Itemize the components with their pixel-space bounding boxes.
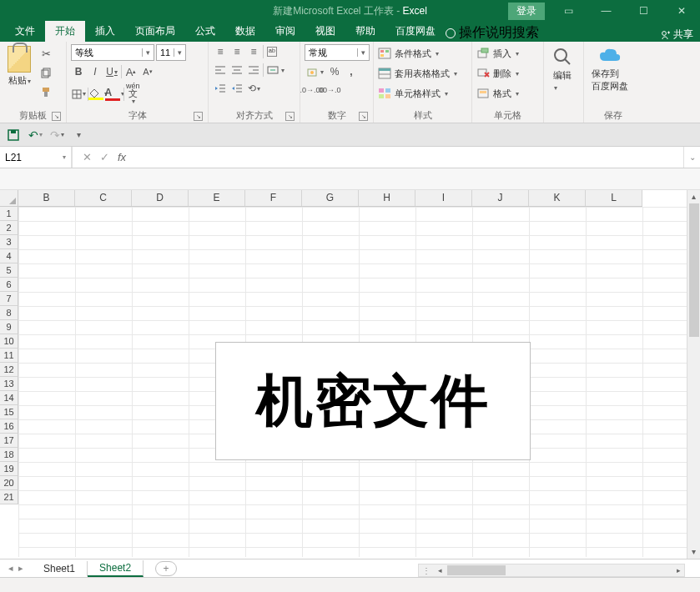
row-header[interactable]: 17 bbox=[0, 434, 18, 448]
format-button[interactable]: 格式▾ bbox=[476, 84, 519, 103]
cut-icon[interactable]: ✂ bbox=[38, 46, 53, 61]
font-size-select[interactable]: 11▾ bbox=[156, 44, 186, 61]
row-header[interactable]: 13 bbox=[0, 377, 18, 391]
scroll-right-icon[interactable]: ▸ bbox=[672, 566, 684, 574]
fill-color-button[interactable]: ▾ bbox=[90, 87, 105, 102]
number-dialog-icon[interactable]: ↘ bbox=[359, 112, 368, 121]
vertical-scrollbar[interactable]: ▴ ▾ bbox=[687, 190, 700, 559]
phonetic-button[interactable]: wén文▾ bbox=[126, 83, 140, 105]
save-icon[interactable] bbox=[5, 127, 22, 143]
sheet-nav-prev-icon[interactable]: ◂ bbox=[8, 563, 13, 574]
align-bottom-icon[interactable]: ≡ bbox=[246, 44, 261, 59]
share-button[interactable]: 共享 bbox=[661, 28, 693, 42]
horizontal-scrollbar[interactable]: ⋮ ◂ ▸ bbox=[418, 564, 685, 577]
col-header[interactable]: I bbox=[415, 190, 472, 206]
sheet-nav-next-icon[interactable]: ▸ bbox=[18, 563, 23, 574]
orientation-icon[interactable]: ⟲▾ bbox=[246, 81, 261, 96]
row-header[interactable]: 7 bbox=[0, 292, 18, 306]
decrease-font-icon[interactable]: A▾ bbox=[140, 64, 155, 79]
align-left-icon[interactable] bbox=[213, 63, 228, 78]
font-color-button[interactable]: A▾ bbox=[107, 87, 122, 102]
row-header[interactable]: 8 bbox=[0, 306, 18, 320]
align-top-icon[interactable]: ≡ bbox=[213, 44, 228, 59]
copy-icon[interactable] bbox=[38, 65, 53, 80]
row-header[interactable]: 14 bbox=[0, 391, 18, 405]
tab-home[interactable]: 开始 bbox=[45, 21, 85, 42]
add-sheet-icon[interactable]: + bbox=[155, 561, 177, 576]
sheet-tab[interactable]: Sheet1 bbox=[32, 561, 88, 576]
currency-button[interactable]: ▾ bbox=[305, 64, 325, 79]
number-format-select[interactable]: 常规▾ bbox=[305, 44, 370, 61]
row-header[interactable]: 11 bbox=[0, 349, 18, 363]
col-header[interactable]: L bbox=[586, 190, 642, 206]
row-header[interactable]: 12 bbox=[0, 363, 18, 377]
redo-icon[interactable]: ↷▾ bbox=[48, 127, 65, 143]
tab-formulas[interactable]: 公式 bbox=[185, 21, 225, 42]
row-header[interactable]: 1 bbox=[0, 207, 18, 221]
close-icon[interactable]: ✕ bbox=[662, 0, 700, 22]
row-header[interactable]: 10 bbox=[0, 334, 18, 349]
col-header[interactable]: J bbox=[472, 190, 529, 206]
font-dialog-icon[interactable]: ↘ bbox=[194, 112, 203, 121]
row-header[interactable]: 9 bbox=[0, 320, 18, 334]
col-header[interactable]: F bbox=[245, 190, 302, 206]
tab-insert[interactable]: 插入 bbox=[85, 21, 125, 42]
col-header[interactable]: K bbox=[529, 190, 586, 206]
col-header[interactable]: E bbox=[189, 190, 245, 206]
tab-view[interactable]: 视图 bbox=[305, 21, 345, 42]
tab-page-layout[interactable]: 页面布局 bbox=[125, 21, 185, 42]
scroll-thumb[interactable] bbox=[689, 203, 699, 337]
expand-formula-icon[interactable]: ⌄ bbox=[683, 147, 700, 168]
col-header[interactable]: G bbox=[302, 190, 359, 206]
row-header[interactable]: 5 bbox=[0, 263, 18, 278]
increase-font-icon[interactable]: A▴ bbox=[123, 64, 138, 79]
conditional-format-button[interactable]: 条件格式▾ bbox=[378, 44, 439, 63]
wrap-text-button[interactable]: ab bbox=[265, 44, 279, 59]
bold-button[interactable]: B bbox=[71, 64, 86, 79]
comma-button[interactable]: , bbox=[344, 64, 359, 79]
scroll-thumb[interactable] bbox=[447, 565, 506, 575]
cancel-icon[interactable]: ✕ bbox=[83, 151, 92, 163]
percent-button[interactable]: % bbox=[327, 64, 342, 79]
fx-icon[interactable]: fx bbox=[118, 151, 126, 163]
sheet-tab[interactable]: Sheet2 bbox=[88, 560, 144, 577]
align-middle-icon[interactable]: ≡ bbox=[229, 44, 244, 59]
align-center-icon[interactable] bbox=[229, 63, 244, 78]
tell-me[interactable]: 操作说明搜索 bbox=[446, 24, 539, 42]
merge-button[interactable]: ▾ bbox=[265, 63, 286, 78]
borders-button[interactable]: ▾ bbox=[71, 87, 86, 102]
row-header[interactable]: 18 bbox=[0, 448, 18, 462]
cell-styles-button[interactable]: 单元格样式▾ bbox=[378, 84, 448, 103]
tab-help[interactable]: 帮助 bbox=[345, 21, 385, 42]
scroll-down-icon[interactable]: ▾ bbox=[687, 545, 700, 559]
scroll-left-icon[interactable]: ◂ bbox=[434, 566, 446, 574]
increase-indent-icon[interactable] bbox=[229, 81, 244, 96]
decrease-indent-icon[interactable] bbox=[213, 81, 228, 96]
row-header[interactable]: 21 bbox=[0, 490, 18, 504]
col-header[interactable]: C bbox=[75, 190, 132, 206]
qat-customize-icon[interactable]: ▾ bbox=[70, 127, 87, 143]
ribbon-display-icon[interactable]: ▭ bbox=[550, 0, 587, 22]
save-to-baidu-button[interactable]: 保存到百度网盘 bbox=[588, 44, 632, 94]
tab-data[interactable]: 数据 bbox=[225, 21, 265, 42]
maximize-icon[interactable]: ☐ bbox=[625, 0, 662, 22]
tab-baidu[interactable]: 百度网盘 bbox=[385, 21, 446, 42]
login-button[interactable]: 登录 bbox=[508, 3, 545, 20]
confidential-textbox[interactable]: 机密文件 bbox=[215, 342, 531, 460]
editing-button[interactable]: 编辑▾ bbox=[548, 44, 577, 93]
insert-button[interactable]: 插入▾ bbox=[476, 44, 519, 63]
scroll-up-icon[interactable]: ▴ bbox=[687, 190, 700, 203]
row-header[interactable]: 15 bbox=[0, 405, 18, 419]
clipboard-dialog-icon[interactable]: ↘ bbox=[52, 112, 61, 121]
delete-button[interactable]: 删除▾ bbox=[476, 64, 519, 83]
enter-icon[interactable]: ✓ bbox=[100, 151, 109, 163]
row-header[interactable]: 4 bbox=[0, 249, 18, 263]
italic-button[interactable]: I bbox=[88, 64, 103, 79]
col-header[interactable]: D bbox=[132, 190, 189, 206]
row-header[interactable]: 3 bbox=[0, 235, 18, 249]
row-header[interactable]: 16 bbox=[0, 419, 18, 434]
tab-file[interactable]: 文件 bbox=[5, 21, 45, 42]
row-header[interactable]: 19 bbox=[0, 462, 18, 476]
col-header[interactable]: B bbox=[18, 190, 75, 206]
paste-button[interactable]: 粘贴▾ bbox=[4, 44, 34, 88]
